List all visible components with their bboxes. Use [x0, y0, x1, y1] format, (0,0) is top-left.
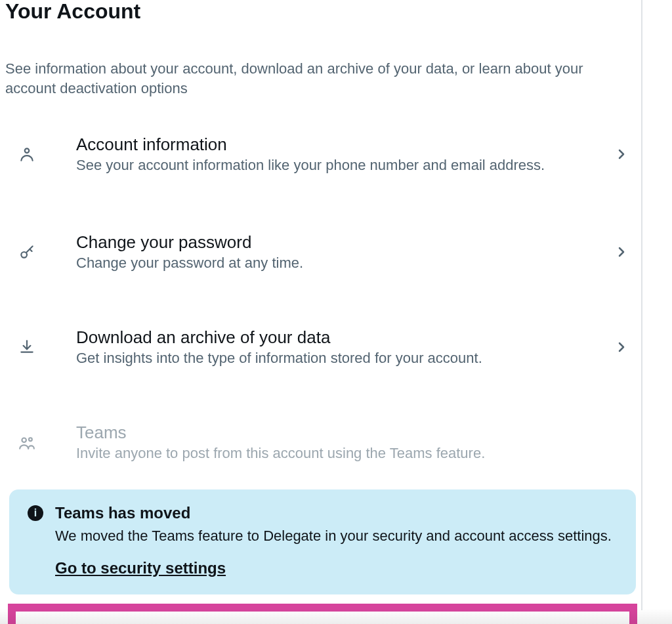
deactivate-highlight: Deactivate your account Find out how you…	[8, 604, 637, 624]
svg-point-0	[25, 148, 30, 153]
chevron-right-icon	[614, 244, 632, 260]
menu-item-subtitle: See your account information like your p…	[76, 156, 614, 175]
menu-item-teams: Teams Invite anyone to post from this ac…	[5, 410, 640, 475]
menu-item-title: Account information	[76, 134, 614, 156]
key-icon	[18, 243, 42, 260]
info-icon: i	[28, 505, 43, 521]
page-title: Your Account	[5, 0, 640, 23]
menu-item-account-information[interactable]: Account information See your account inf…	[5, 122, 640, 187]
menu-item-download-archive[interactable]: Download an archive of your data Get ins…	[5, 315, 640, 380]
user-icon	[18, 146, 42, 163]
menu-item-subtitle: Invite anyone to post from this account …	[76, 444, 632, 463]
notice-text: We moved the Teams feature to Delegate i…	[55, 526, 618, 546]
notice-title: Teams has moved	[55, 504, 618, 522]
menu-item-title: Teams	[76, 422, 632, 444]
right-divider	[641, 0, 642, 610]
menu-item-subtitle: Change your password at any time.	[76, 254, 614, 273]
svg-point-3	[29, 438, 32, 442]
menu-item-subtitle: Get insights into the type of informatio…	[76, 349, 614, 368]
people-icon	[18, 434, 42, 451]
menu-item-title: Download an archive of your data	[76, 327, 614, 348]
teams-moved-notice: i Teams has moved We moved the Teams fea…	[9, 489, 636, 594]
chevron-right-icon	[614, 339, 632, 355]
menu-item-title: Change your password	[76, 232, 614, 253]
page-description: See information about your account, down…	[5, 59, 609, 98]
download-icon	[18, 339, 42, 356]
menu-item-change-password[interactable]: Change your password Change your passwor…	[5, 220, 640, 285]
menu-item-deactivate-account[interactable]: Deactivate your account Find out how you…	[16, 612, 629, 624]
chevron-right-icon	[614, 146, 632, 162]
svg-point-2	[22, 438, 26, 443]
go-to-security-settings-link[interactable]: Go to security settings	[55, 559, 226, 577]
